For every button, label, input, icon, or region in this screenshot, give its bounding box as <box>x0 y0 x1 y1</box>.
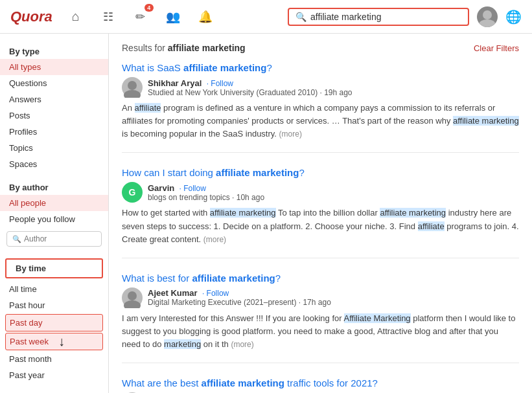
sidebar-item-people-you-follow[interactable]: People you follow <box>0 211 108 227</box>
svg-point-3 <box>124 90 141 98</box>
author-detail-1: Studied at New York University (Graduate… <box>148 88 353 97</box>
answers-icon: ☷ <box>103 10 113 24</box>
by-time-label[interactable]: By time <box>5 258 103 278</box>
edit-icon: ✏ <box>135 10 145 24</box>
author-name-3[interactable]: Ajeet Kumar <box>148 288 198 298</box>
author-name-2[interactable]: Garvin <box>148 183 174 193</box>
content: Results for affiliate marketing Clear Fi… <box>109 34 532 393</box>
result-text-1: An affiliate program is defined as a ven… <box>122 102 519 140</box>
sidebar-item-questions[interactable]: Questions <box>0 75 108 91</box>
author-info-3: Ajeet Kumar · Follow Digital Marketing E… <box>148 288 331 307</box>
author-row-3: Ajeet Kumar · Follow Digital Marketing E… <box>122 287 519 308</box>
bell-icon-wrap[interactable]: 🔔 <box>195 6 216 27</box>
author-search-icon: 🔍 <box>12 235 21 243</box>
time-past-week[interactable]: Past week <box>5 333 103 350</box>
time-past-year[interactable]: Past year <box>0 367 108 383</box>
arrow-down-icon: ↓ <box>58 334 65 349</box>
by-author-label: By author <box>0 177 108 195</box>
author-avatar-3 <box>122 287 143 308</box>
time-past-month[interactable]: Past month <box>0 351 108 367</box>
search-icon: 🔍 <box>295 12 306 22</box>
home-icon-wrap[interactable]: ⌂ <box>65 6 86 27</box>
author-row-2: G Garvin · Follow blogs on trending topi… <box>122 182 519 203</box>
answers-icon-wrap[interactable]: ☷ <box>98 6 119 27</box>
people-icon: 👥 <box>166 10 180 24</box>
sidebar-item-all-people[interactable]: All people <box>0 195 108 211</box>
result-title-4[interactable]: What are the best affiliate marketing tr… <box>122 377 519 388</box>
result-card-1: What is SaaS affiliate marketing? Shikha… <box>122 62 519 153</box>
time-past-hour[interactable]: Past hour <box>0 297 108 313</box>
sidebar-item-all-types[interactable]: All types <box>0 59 108 75</box>
svg-point-5 <box>124 300 141 308</box>
search-bar[interactable]: 🔍 <box>288 8 469 26</box>
main-layout: By type All types Questions Answers Post… <box>0 34 532 393</box>
svg-point-1 <box>479 19 496 27</box>
result-text-3: I am very Interested for this Answer !!!… <box>122 312 519 351</box>
author-info-2: Garvin · Follow blogs on trending topics… <box>148 183 264 202</box>
time-all-time[interactable]: All time <box>0 281 108 297</box>
time-past-day-row: Past day <box>0 313 108 332</box>
sidebar-item-topics[interactable]: Topics <box>0 140 108 156</box>
author-name-1[interactable]: Shikhar Aryal <box>148 78 202 88</box>
clear-filters-button[interactable]: Clear Filters <box>474 43 519 53</box>
result-card-2: How can I start doing affiliate marketin… <box>122 167 519 258</box>
people-icon-wrap[interactable]: 👥 <box>163 6 183 27</box>
author-row-1: Shikhar Aryal · Follow Studied at New Yo… <box>122 77 519 98</box>
results-header: Results for affiliate marketing Clear Fi… <box>122 43 519 53</box>
author-avatar-1 <box>122 77 143 98</box>
author-avatar-2: G <box>122 182 143 203</box>
result-card-4: What are the best affiliate marketing tr… <box>122 377 519 393</box>
avatar[interactable] <box>477 6 498 27</box>
result-card-3: What is best for affiliate marketing? Aj… <box>122 273 519 363</box>
time-past-week-row: ↓ Past week <box>0 332 108 351</box>
svg-point-4 <box>128 291 137 300</box>
result-title-3[interactable]: What is best for affiliate marketing? <box>122 273 519 284</box>
author-detail-2: blogs on trending topics · 10h ago <box>148 193 264 202</box>
author-input[interactable] <box>24 234 96 243</box>
results-title: Results for affiliate marketing <box>122 43 246 53</box>
edit-badge: 4 <box>145 4 154 12</box>
author-info-1: Shikhar Aryal · Follow Studied at New Yo… <box>148 78 353 97</box>
by-type-label: By type <box>0 41 108 59</box>
sidebar-item-posts[interactable]: Posts <box>0 107 108 124</box>
nav-icons: ⌂ ☷ ✏ 4 👥 🔔 <box>65 6 280 27</box>
highlight-4: affiliate marketing <box>192 273 275 284</box>
search-input[interactable] <box>310 12 461 22</box>
sidebar-item-profiles[interactable]: Profiles <box>0 124 108 140</box>
header-right: 🌐 <box>477 6 522 27</box>
edit-icon-wrap[interactable]: ✏ 4 <box>130 6 151 27</box>
header: Quora ⌂ ☷ ✏ 4 👥 🔔 🔍 🌐 <box>0 0 532 34</box>
results-query: affiliate marketing <box>168 43 246 53</box>
highlight-1: affiliate <box>183 62 218 73</box>
follow-link-1[interactable]: · Follow <box>207 79 233 88</box>
sidebar: By type All types Questions Answers Post… <box>0 34 109 393</box>
svg-point-0 <box>483 10 492 19</box>
result-title-2[interactable]: How can I start doing affiliate marketin… <box>122 167 519 178</box>
result-title-1[interactable]: What is SaaS affiliate marketing? <box>122 62 519 73</box>
highlight-2: marketing <box>220 62 267 73</box>
time-past-day[interactable]: Past day <box>5 314 103 331</box>
highlight-5: affiliate marketing <box>202 377 284 388</box>
result-text-2: How to get started with affiliate market… <box>122 207 519 245</box>
home-icon: ⌂ <box>72 9 80 24</box>
sidebar-item-spaces[interactable]: Spaces <box>0 156 108 172</box>
author-detail-3: Digital Marketing Executive (2021–presen… <box>148 298 331 307</box>
logo[interactable]: Quora <box>10 8 52 25</box>
svg-point-2 <box>128 81 137 90</box>
follow-link-2[interactable]: · Follow <box>179 184 206 193</box>
follow-link-3[interactable]: · Follow <box>202 289 229 298</box>
sidebar-item-answers[interactable]: Answers <box>0 91 108 107</box>
highlight-3: affiliate marketing <box>216 167 299 178</box>
author-search[interactable]: 🔍 <box>6 231 102 247</box>
globe-icon[interactable]: 🌐 <box>505 9 522 25</box>
bell-icon: 🔔 <box>198 10 213 24</box>
